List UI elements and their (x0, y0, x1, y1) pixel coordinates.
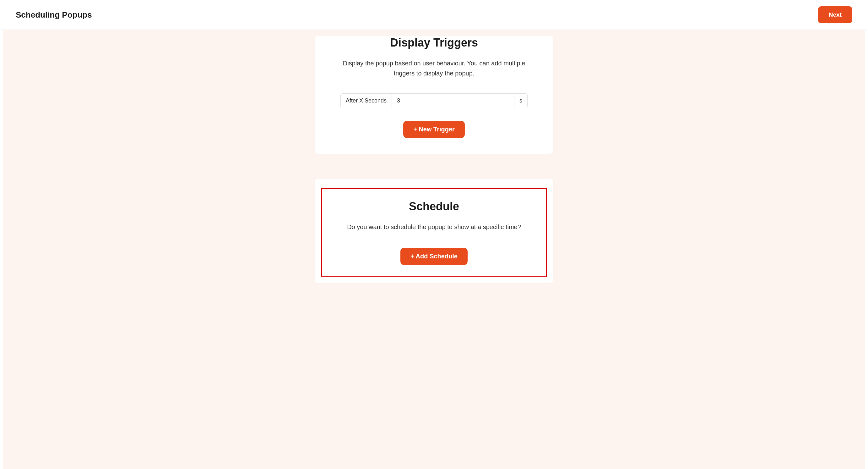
schedule-highlight-box: Schedule Do you want to schedule the pop… (321, 188, 547, 276)
schedule-description: Do you want to schedule the popup to sho… (328, 222, 540, 232)
trigger-type-select[interactable]: After X Seconds (341, 94, 392, 108)
display-triggers-title: Display Triggers (330, 36, 538, 49)
trigger-row: After X Seconds s (340, 93, 528, 108)
page-header: Scheduling Popups Next (0, 0, 868, 30)
trigger-unit-label: s (514, 94, 527, 108)
display-triggers-card: Display Triggers Display the popup based… (315, 36, 553, 154)
trigger-value-input[interactable] (392, 94, 514, 108)
display-triggers-description: Display the popup based on user behaviou… (330, 58, 538, 78)
schedule-title: Schedule (328, 200, 540, 213)
main-content: Display Triggers Display the popup based… (3, 30, 865, 469)
new-trigger-button[interactable]: + New Trigger (403, 121, 465, 138)
schedule-card: Schedule Do you want to schedule the pop… (315, 179, 553, 283)
page-title: Scheduling Popups (16, 10, 92, 20)
next-button[interactable]: Next (818, 6, 852, 23)
add-schedule-button[interactable]: + Add Schedule (400, 248, 468, 265)
